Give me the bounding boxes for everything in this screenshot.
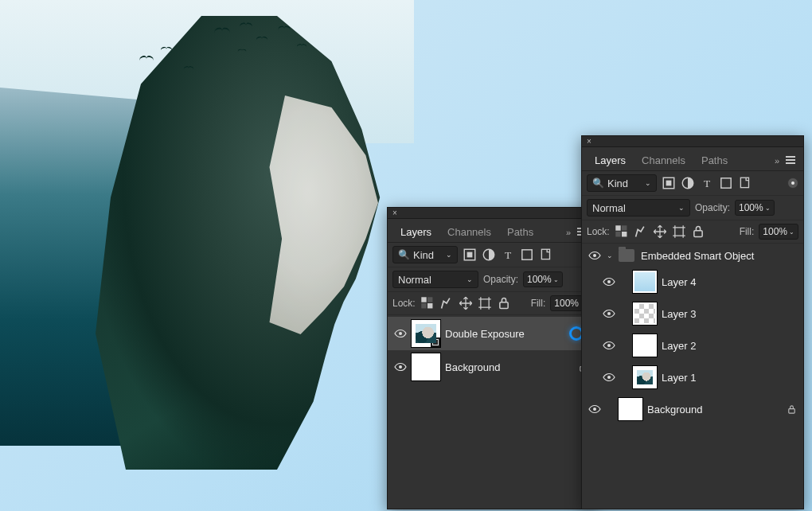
filter-type-icon[interactable]: T	[501, 248, 515, 262]
filter-pixel-icon[interactable]	[463, 248, 477, 262]
layer-thumbnail[interactable]	[412, 320, 440, 347]
layers-list: ⌄ Embedded Smart Object Layer 4 Layer 3 …	[582, 244, 803, 427]
layer-name[interactable]: Background	[647, 404, 702, 415]
visibility-icon[interactable]	[603, 371, 615, 384]
flyout-menu-icon[interactable]	[783, 156, 798, 166]
layer-row[interactable]: Layer 3	[582, 298, 803, 330]
lock-pixels-icon[interactable]	[634, 224, 648, 239]
layer-row[interactable]: Background	[388, 350, 595, 384]
filter-adjustment-icon[interactable]	[681, 176, 695, 190]
filter-type-icon[interactable]: T	[700, 176, 714, 190]
blend-mode-dropdown[interactable]: Normal ⌄	[392, 271, 478, 288]
panel-tabs: Layers Channels Paths »	[388, 219, 595, 243]
bird-icon	[161, 47, 172, 52]
filter-row: 🔍 Kind ⌄ T	[582, 171, 803, 196]
lock-all-icon[interactable]	[691, 224, 705, 239]
svg-rect-9	[421, 303, 426, 308]
visibility-icon[interactable]	[603, 307, 615, 320]
filter-kind-label: Kind	[413, 249, 434, 261]
opacity-field[interactable]: 100% ⌄	[523, 271, 563, 287]
disclosure-icon[interactable]: ⌄	[606, 252, 614, 259]
lock-artboard-icon[interactable]	[672, 224, 686, 239]
layer-thumbnail[interactable]	[633, 271, 657, 293]
tab-channels[interactable]: Channels	[439, 221, 499, 243]
filter-smart-icon[interactable]	[539, 248, 553, 262]
filter-adjustment-icon[interactable]	[482, 248, 496, 262]
filter-kind-label: Kind	[607, 177, 628, 189]
lock-fill-row: Lock: Fill: 100% ⌄	[582, 220, 803, 244]
chevron-down-icon: ⌄	[467, 275, 473, 283]
filter-row: 🔍 Kind ⌄ T	[388, 243, 595, 267]
tab-paths[interactable]: Paths	[499, 221, 541, 243]
layer-row[interactable]: Layer 2	[582, 330, 803, 361]
fill-label: Fill:	[740, 226, 755, 237]
layer-name[interactable]: Layer 2	[662, 340, 696, 352]
layer-thumbnail[interactable]	[412, 353, 440, 380]
lock-artboard-icon[interactable]	[478, 296, 492, 310]
layer-name[interactable]: Background	[445, 361, 500, 373]
collapse-chevrons-icon[interactable]: »	[563, 228, 574, 237]
lock-transparency-icon[interactable]	[615, 224, 629, 239]
layer-name[interactable]: Double Exposure	[445, 328, 525, 340]
filter-shape-icon[interactable]	[719, 176, 733, 190]
layer-name[interactable]: Layer 3	[662, 308, 696, 320]
opacity-label: Opacity:	[483, 274, 518, 285]
layer-thumbnail[interactable]	[633, 366, 657, 388]
layer-thumbnail[interactable]	[633, 334, 657, 357]
svg-rect-21	[615, 225, 620, 230]
opacity-field[interactable]: 100% ⌄	[735, 200, 775, 216]
close-icon[interactable]: ×	[391, 209, 399, 217]
visibility-icon[interactable]	[394, 361, 407, 373]
lock-all-icon[interactable]	[497, 296, 511, 310]
svg-point-28	[607, 280, 611, 283]
visibility-icon[interactable]	[603, 275, 615, 288]
layer-row[interactable]: Layer 4	[582, 266, 803, 298]
search-icon: 🔍	[592, 177, 604, 189]
tab-layers[interactable]: Layers	[587, 150, 634, 171]
svg-point-13	[399, 365, 402, 369]
filter-toggle-icon[interactable]	[787, 177, 798, 189]
visibility-icon[interactable]	[394, 327, 407, 340]
layer-name[interactable]: Layer 4	[662, 276, 696, 288]
layer-thumbnail[interactable]	[633, 302, 657, 325]
visibility-icon[interactable]	[588, 403, 601, 415]
chevron-down-icon: ⌄	[765, 205, 771, 212]
visibility-icon[interactable]	[588, 249, 601, 262]
lock-transparency-icon[interactable]	[420, 296, 435, 310]
lock-position-icon[interactable]	[459, 296, 473, 310]
collapse-chevrons-icon[interactable]: »	[771, 156, 783, 166]
svg-text:T: T	[704, 177, 711, 189]
search-icon: 🔍	[398, 249, 410, 260]
filter-kind-dropdown[interactable]: 🔍 Kind ⌄	[587, 174, 657, 192]
svg-rect-6	[421, 297, 426, 302]
fill-field[interactable]: 100% ⌄	[759, 224, 798, 240]
lock-icon[interactable]	[787, 404, 797, 415]
panel-titlebar[interactable]: ×	[582, 136, 803, 147]
lock-label: Lock:	[587, 226, 610, 237]
visibility-icon[interactable]	[603, 339, 615, 352]
layer-group-row[interactable]: ⌄ Embedded Smart Object	[582, 245, 803, 266]
layer-row[interactable]: Layer 1	[582, 361, 803, 393]
filter-kind-dropdown[interactable]: 🔍 Kind ⌄	[392, 246, 458, 263]
blend-mode-dropdown[interactable]: Normal ⌄	[587, 199, 690, 216]
filter-shape-icon[interactable]	[520, 248, 534, 262]
tab-layers[interactable]: Layers	[392, 221, 439, 243]
svg-rect-26	[694, 231, 702, 237]
layer-thumbnail[interactable]	[619, 398, 642, 420]
layers-list: Double Exposure Background	[388, 315, 595, 385]
layer-row[interactable]: Background	[582, 393, 803, 425]
close-icon[interactable]: ×	[585, 138, 593, 146]
lock-pixels-icon[interactable]	[439, 296, 454, 310]
filter-smart-icon[interactable]	[738, 176, 752, 190]
group-name[interactable]: Embedded Smart Object	[641, 250, 754, 262]
tab-paths[interactable]: Paths	[693, 150, 736, 171]
panel-titlebar[interactable]: ×	[388, 208, 595, 219]
layer-row[interactable]: Double Exposure	[388, 317, 595, 350]
svg-rect-19	[721, 178, 731, 188]
svg-point-12	[399, 332, 402, 335]
bird-icon	[238, 49, 247, 53]
tab-channels[interactable]: Channels	[634, 150, 693, 171]
lock-position-icon[interactable]	[653, 224, 667, 239]
filter-pixel-icon[interactable]	[662, 176, 676, 190]
layer-name[interactable]: Layer 1	[662, 372, 696, 384]
